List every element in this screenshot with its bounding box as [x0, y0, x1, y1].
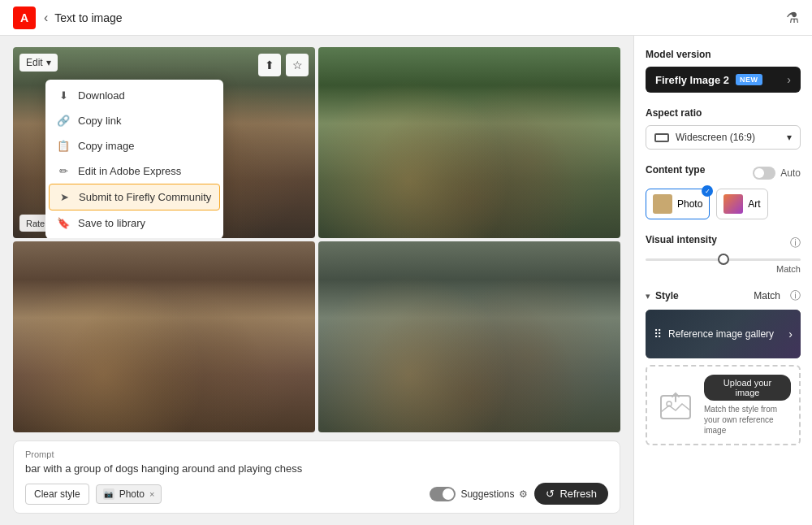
image-grid: Edit ▾ ⬆ ☆ Rate this result 👍 👎: [13, 47, 620, 432]
right-panel: Model version Firefly Image 2 NEW › Aspe…: [633, 36, 812, 525]
gallery-chevron-icon: ›: [788, 328, 793, 341]
aspect-ratio-value: Widescreen (16:9): [676, 132, 755, 143]
express-icon: ✏: [57, 165, 70, 177]
prompt-text: bar with a group of dogs hanging around …: [25, 462, 608, 475]
model-section: Model version Firefly Image 2 NEW ›: [646, 49, 801, 93]
refresh-button[interactable]: ↺ Refresh: [534, 483, 608, 505]
prompt-controls: Clear style 📷 Photo × Suggestions ⚙ ↺ Re…: [25, 483, 608, 505]
dropdown-submit-community[interactable]: ➤ Submit to Firefly Community: [49, 184, 220, 210]
content-type-header: Content type Auto: [646, 164, 801, 182]
page-title: Text to image: [54, 11, 122, 24]
style-label: Style: [655, 290, 679, 302]
widescreen-icon: [654, 133, 669, 142]
dropdown-copy-image[interactable]: 📋 Copy image: [45, 133, 223, 158]
aspect-select-left: Widescreen (16:9): [654, 132, 755, 143]
suggestions-label: Suggestions: [460, 488, 514, 500]
favorite-button[interactable]: ☆: [286, 54, 309, 76]
library-icon: 🔖: [57, 217, 70, 229]
content-options: Photo ✓ Art: [646, 189, 801, 219]
photo-option[interactable]: Photo ✓: [646, 189, 710, 219]
image-top-left-controls: Edit ▾: [19, 54, 58, 72]
copy-icon: 📋: [57, 140, 70, 152]
flask-icon[interactable]: ⚗: [786, 9, 799, 27]
model-name: Firefly Image 2: [655, 74, 729, 86]
back-button[interactable]: ‹: [44, 11, 48, 25]
left-panel: Edit ▾ ⬆ ☆ Rate this result 👍 👎: [0, 36, 633, 525]
model-btn-left: Firefly Image 2 NEW: [655, 74, 762, 86]
share-button[interactable]: ⬆: [258, 54, 281, 76]
slider-thumb: [718, 254, 729, 265]
style-match-label: Match: [754, 290, 780, 302]
photo-option-label: Photo: [677, 198, 702, 210]
upload-right: Upload your image Match the style from y…: [704, 375, 791, 436]
content-type-switch[interactable]: [753, 167, 775, 180]
prompt-label: Prompt: [25, 449, 608, 459]
visual-intensity-section: Visual intensity ⓘ Match: [646, 234, 801, 274]
visual-intensity-slider[interactable]: [646, 258, 801, 261]
content-type-label: Content type: [646, 164, 705, 176]
gallery-card[interactable]: ⠿ Reference image gallery ›: [646, 310, 801, 358]
model-select-button[interactable]: Firefly Image 2 NEW ›: [646, 67, 801, 93]
dropdown-download[interactable]: ⬇ Download: [45, 83, 223, 108]
clear-style-button[interactable]: Clear style: [25, 484, 89, 505]
dropdown-copy-link[interactable]: 🔗 Copy link: [45, 108, 223, 133]
image-cell-topleft[interactable]: Edit ▾ ⬆ ☆ Rate this result 👍 👎: [13, 47, 315, 238]
style-info-icon[interactable]: ⓘ: [790, 289, 801, 303]
visual-intensity-header: Visual intensity ⓘ: [646, 234, 801, 252]
upload-image-button[interactable]: Upload your image: [704, 375, 791, 401]
photo-tag-label: Photo: [119, 488, 145, 500]
style-header: ▾ Style Match ⓘ: [646, 289, 801, 303]
art-option[interactable]: Art: [716, 189, 767, 219]
dropdown-menu: ⬇ Download 🔗 Copy link 📋 Copy image: [45, 80, 223, 238]
gallery-label: Reference image gallery: [668, 328, 774, 340]
dropdown-edit-express[interactable]: ✏ Edit in Adobe Express: [45, 158, 223, 184]
photo-tag-icon: 📷: [103, 488, 114, 500]
visual-intensity-info-icon[interactable]: ⓘ: [790, 236, 801, 250]
aspect-chevron-icon: ▾: [787, 132, 792, 143]
model-section-label: Model version: [646, 49, 801, 60]
match-label-intensity: Match: [776, 264, 801, 274]
edit-button[interactable]: Edit ▾: [19, 54, 58, 72]
visual-intensity-label: Visual intensity: [646, 234, 717, 245]
aspect-ratio-section: Aspect ratio Widescreen (16:9) ▾: [646, 107, 801, 150]
refresh-icon: ↺: [546, 488, 555, 500]
aspect-ratio-select[interactable]: Widescreen (16:9) ▾: [646, 125, 801, 150]
photo-tag-remove[interactable]: ×: [149, 489, 154, 499]
upload-svg-icon: [659, 389, 692, 422]
download-icon: ⬇: [57, 89, 70, 102]
suggestions-icon: ⚙: [519, 488, 528, 500]
selected-checkmark: ✓: [702, 185, 713, 197]
model-chevron-icon: ›: [787, 73, 791, 86]
content-type-section: Content type Auto Photo ✓ Art: [646, 164, 801, 219]
link-icon: 🔗: [57, 115, 70, 127]
photo-option-img: [653, 194, 672, 214]
prompt-area: Prompt bar with a group of dogs hanging …: [13, 440, 620, 514]
topbar: A ‹ Text to image ⚗: [0, 0, 812, 36]
image-cell-topright[interactable]: [318, 47, 620, 238]
suggestions-switch[interactable]: [430, 487, 456, 501]
submit-icon: ➤: [58, 191, 71, 203]
style-section: ▾ Style Match ⓘ ⠿ Reference image galler…: [646, 289, 801, 445]
image-cell-bottomright[interactable]: [318, 241, 620, 432]
gallery-dots-icon: ⠿: [654, 328, 662, 341]
image-cell-bottomleft[interactable]: [13, 241, 315, 432]
auto-label: Auto: [780, 167, 801, 179]
art-option-img: [723, 194, 743, 214]
gallery-card-content: ⠿ Reference image gallery: [654, 328, 774, 341]
suggestions-toggle: Suggestions ⚙: [430, 487, 528, 501]
aspect-ratio-label: Aspect ratio: [646, 107, 801, 119]
art-option-label: Art: [748, 198, 760, 210]
upload-card: Upload your image Match the style from y…: [646, 365, 801, 445]
dropdown-save-library[interactable]: 🔖 Save to library: [45, 210, 223, 236]
new-badge: NEW: [736, 74, 762, 85]
photo-tag: 📷 Photo ×: [96, 484, 162, 504]
content-type-toggle: Auto: [753, 167, 801, 180]
upload-icon-area: [655, 385, 696, 426]
image-grid-wrapper: Edit ▾ ⬆ ☆ Rate this result 👍 👎: [13, 47, 620, 432]
image-top-right-controls: ⬆ ☆: [258, 54, 309, 76]
upload-desc: Match the style from your own reference …: [704, 404, 791, 436]
adobe-logo[interactable]: A: [13, 7, 36, 29]
style-chevron-icon: ▾: [646, 291, 650, 302]
main-content: Edit ▾ ⬆ ☆ Rate this result 👍 👎: [0, 36, 812, 525]
